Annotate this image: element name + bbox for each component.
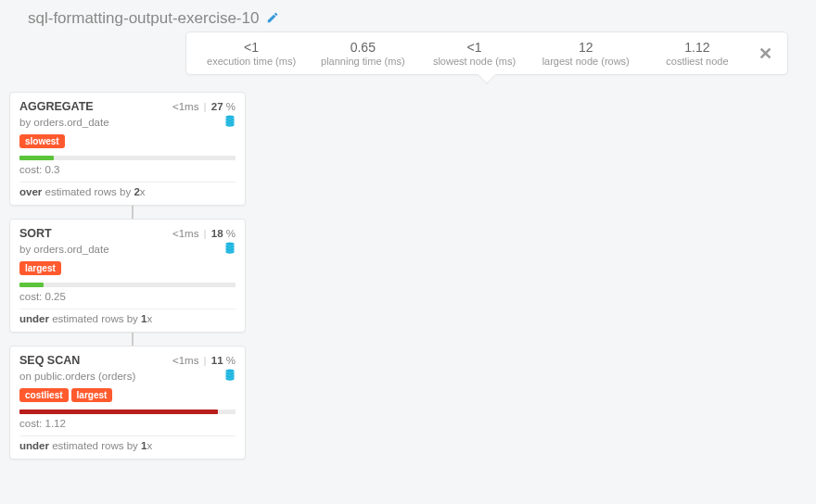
cost-row: cost: 0.3 bbox=[19, 164, 236, 175]
database-icon[interactable] bbox=[224, 115, 236, 130]
tag-largest: largest bbox=[71, 388, 113, 402]
node-metrics: <1ms | 11 % bbox=[172, 355, 236, 366]
stat-largest-node[interactable]: 12 largest node (rows) bbox=[530, 40, 642, 67]
stat-slowest-node[interactable]: <1 slowest node (ms) bbox=[418, 40, 529, 67]
tree-connector bbox=[132, 332, 134, 346]
plan-node-card[interactable]: SORT <1ms | 18 % by orders.ord_date larg… bbox=[9, 219, 246, 333]
stats-bar: <1 execution time (ms) 0.65 planning tim… bbox=[185, 32, 788, 75]
node-detail: on public.orders (orders) bbox=[19, 371, 135, 382]
stat-value: <1 bbox=[427, 40, 520, 55]
svg-point-0 bbox=[226, 116, 235, 120]
stat-value: 12 bbox=[540, 40, 632, 55]
node-metrics: <1ms | 27 % bbox=[172, 101, 236, 112]
cost-row: cost: 0.25 bbox=[19, 291, 236, 302]
node-sub-row: by orders.ord_date bbox=[19, 115, 236, 130]
stat-planning-time[interactable]: 0.65 planning time (ms) bbox=[307, 40, 418, 67]
stat-value: 1.12 bbox=[651, 40, 744, 55]
node-name: SEQ SCAN bbox=[19, 354, 80, 367]
stat-value: 0.65 bbox=[316, 40, 409, 55]
tag-slowest: slowest bbox=[19, 134, 65, 148]
plan-node-card[interactable]: SEQ SCAN <1ms | 11 % on public.orders (o… bbox=[9, 346, 246, 460]
plan-node-card[interactable]: AGGREGATE <1ms | 27 % by orders.ord_date… bbox=[9, 92, 246, 206]
stats-bar-pointer bbox=[478, 66, 496, 84]
stat-label: planning time (ms) bbox=[316, 56, 409, 67]
cost-bar-fill bbox=[19, 156, 54, 160]
svg-point-2 bbox=[226, 370, 235, 373]
stat-label: costliest node bbox=[651, 56, 744, 67]
stat-label: execution time (ms) bbox=[205, 56, 298, 67]
cost-bar-fill bbox=[19, 410, 218, 414]
node-name: AGGREGATE bbox=[19, 100, 94, 113]
node-header: SEQ SCAN <1ms | 11 % bbox=[19, 354, 236, 367]
divider bbox=[19, 182, 236, 183]
database-icon[interactable] bbox=[224, 369, 236, 384]
tag-largest: largest bbox=[19, 261, 61, 275]
stat-execution-time[interactable]: <1 execution time (ms) bbox=[196, 40, 307, 67]
node-detail: by orders.ord_date bbox=[19, 117, 109, 128]
tree-connector bbox=[132, 205, 134, 220]
cost-row: cost: 1.12 bbox=[19, 418, 236, 429]
stat-label: largest node (rows) bbox=[540, 56, 632, 67]
node-header: SORT <1ms | 18 % bbox=[19, 227, 236, 240]
estimate-row: under estimated rows by 1x bbox=[19, 313, 236, 324]
divider bbox=[19, 309, 236, 309]
cost-bar bbox=[19, 410, 236, 414]
tag-row: slowest bbox=[19, 133, 236, 148]
node-detail: by orders.ord_date bbox=[19, 244, 109, 255]
svg-point-1 bbox=[226, 243, 235, 246]
plan-tree: AGGREGATE <1ms | 27 % by orders.ord_date… bbox=[0, 92, 816, 460]
divider bbox=[19, 435, 236, 436]
tag-costliest: costliest bbox=[19, 388, 69, 402]
node-sub-row: on public.orders (orders) bbox=[19, 369, 236, 384]
estimate-row: under estimated rows by 1x bbox=[19, 440, 236, 451]
database-icon[interactable] bbox=[224, 242, 236, 257]
tag-row: costliestlargest bbox=[19, 387, 236, 402]
close-icon[interactable]: ✕ bbox=[753, 44, 778, 64]
node-header: AGGREGATE <1ms | 27 % bbox=[19, 100, 236, 113]
edit-icon[interactable] bbox=[266, 11, 279, 27]
tag-row: largest bbox=[19, 260, 236, 275]
stat-costliest-node[interactable]: 1.12 costliest node bbox=[642, 40, 753, 67]
cost-bar bbox=[19, 156, 236, 160]
page-title: sql-formatting-output-exercise-10 bbox=[28, 9, 259, 28]
cost-bar-fill bbox=[19, 283, 44, 287]
node-metrics: <1ms | 18 % bbox=[172, 228, 236, 239]
stat-value: <1 bbox=[205, 40, 298, 55]
page-header: sql-formatting-output-exercise-10 bbox=[0, 0, 816, 32]
node-name: SORT bbox=[19, 227, 52, 240]
node-sub-row: by orders.ord_date bbox=[19, 242, 236, 257]
cost-bar bbox=[19, 283, 236, 287]
stat-label: slowest node (ms) bbox=[427, 56, 520, 67]
estimate-row: over estimated rows by 2x bbox=[19, 186, 236, 197]
